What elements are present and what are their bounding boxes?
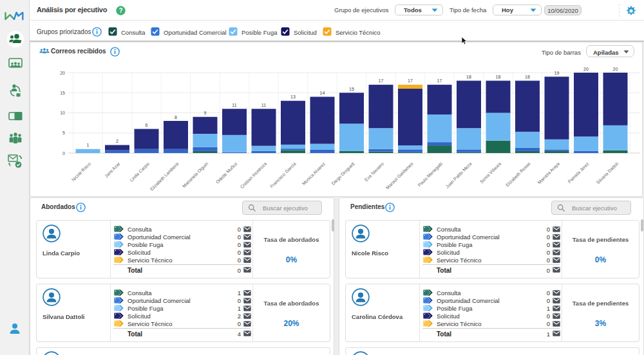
svg-text:18: 18 xyxy=(466,75,471,79)
svg-text:20: 20 xyxy=(613,67,618,71)
svg-text:18: 18 xyxy=(525,75,530,79)
svg-text:Marisol Galdames: Marisol Galdames xyxy=(385,161,414,190)
svg-text:Sonia Villaura: Sonia Villaura xyxy=(479,161,502,184)
svg-text:Cristian Inostroza: Cristian Inostroza xyxy=(240,161,268,190)
svg-text:10: 10 xyxy=(60,111,65,115)
svg-text:Eva Navarro: Eva Navarro xyxy=(364,161,385,183)
svg-text:Nicole Risco: Nicole Risco xyxy=(71,161,92,183)
svg-text:Pamela Jerez: Pamela Jerez xyxy=(567,161,590,184)
svg-text:15: 15 xyxy=(60,91,65,95)
svg-text:18: 18 xyxy=(496,75,501,79)
svg-text:Jans Azar: Jans Azar xyxy=(104,161,121,178)
svg-text:0: 0 xyxy=(62,151,65,156)
svg-text:14: 14 xyxy=(320,91,325,95)
svg-text:15: 15 xyxy=(349,87,354,91)
svg-text:5: 5 xyxy=(62,131,65,135)
svg-text:?: ? xyxy=(118,7,122,14)
svg-text:Elizabeth Lamberis: Elizabeth Lamberis xyxy=(149,161,180,191)
svg-text:17: 17 xyxy=(408,78,413,83)
svg-text:Paulo Menegatti: Paulo Menegatti xyxy=(417,161,444,188)
svg-text:Odette Muñoz: Odette Muñoz xyxy=(215,161,238,184)
svg-text:17: 17 xyxy=(437,78,442,83)
svg-text:Francisco García: Francisco García xyxy=(269,161,297,189)
svg-text:13: 13 xyxy=(290,95,296,99)
svg-text:Elizabeth Rosas: Elizabeth Rosas xyxy=(505,161,531,187)
svg-text:19: 19 xyxy=(554,71,560,75)
svg-text:Diego Droguett: Diego Droguett xyxy=(330,161,355,187)
svg-text:20: 20 xyxy=(60,71,65,75)
svg-text:8: 8 xyxy=(175,115,177,120)
svg-text:6: 6 xyxy=(146,123,148,127)
svg-text:Marianela Olguin: Marianela Olguin xyxy=(182,161,209,189)
svg-text:Marcela Araya: Marcela Araya xyxy=(537,161,561,185)
svg-text:17: 17 xyxy=(379,78,384,83)
svg-text:2: 2 xyxy=(116,139,118,143)
svg-text:11: 11 xyxy=(261,103,266,107)
svg-text:9: 9 xyxy=(204,111,207,115)
svg-text:Silvana Dattoli: Silvana Dattoli xyxy=(596,161,620,185)
svg-text:1: 1 xyxy=(87,143,90,147)
svg-text:20: 20 xyxy=(583,67,589,71)
svg-text:Monica Alvarez: Monica Alvarez xyxy=(301,161,327,186)
svg-text:11: 11 xyxy=(232,103,236,107)
svg-text:Linda Carpio: Linda Carpio xyxy=(129,161,151,183)
svg-text:Juan Pablo Meza: Juan Pablo Meza xyxy=(445,161,473,189)
